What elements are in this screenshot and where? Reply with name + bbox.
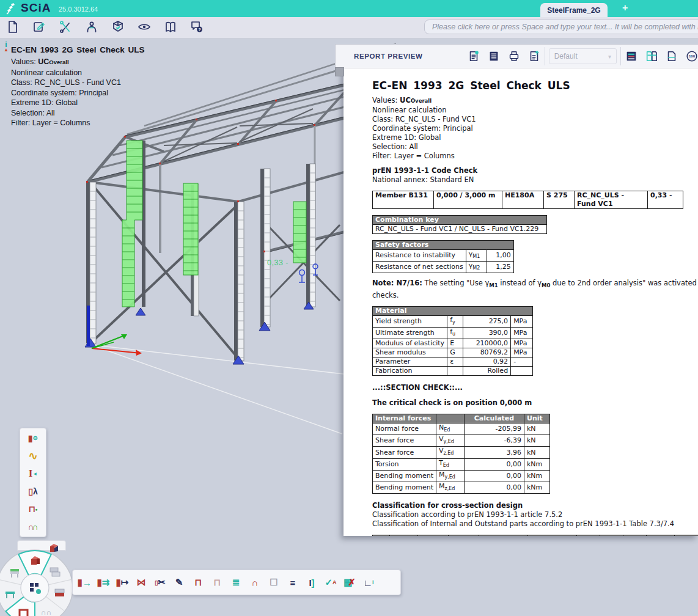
table-row: Shear forceVz,Ed3,96kN	[373, 447, 550, 458]
wheel-icon-materials[interactable]	[55, 589, 64, 596]
report-meta-line: Extreme 1D: Global	[372, 133, 698, 142]
column-header	[436, 414, 465, 424]
report-template-select[interactable]: Default ▾	[549, 48, 617, 64]
svg-text:?: ?	[198, 27, 201, 32]
command-input[interactable]	[424, 20, 698, 34]
report-note-line2: checks.	[372, 291, 698, 300]
report-panel-title: REPORT PREVIEW	[354, 53, 467, 60]
legend-title: EC-EN 1993 2G Steel Check ULS	[11, 45, 145, 54]
table-row: Modulus of elasticityE210000,0MPa	[373, 339, 533, 348]
check-structure-icon[interactable]	[110, 19, 126, 35]
legend-line: Class: RC_NC_ULS - Fund VC1	[11, 78, 145, 88]
calculate-icon[interactable]	[84, 19, 100, 35]
column-icon[interactable]: ▮⚙	[26, 432, 40, 444]
legend-line: Selection: All	[11, 108, 145, 119]
new-report-icon[interactable]	[467, 50, 480, 63]
classification-heading: Classification for cross-section design	[372, 501, 698, 510]
national-annex: National annex: Standard EN	[372, 175, 698, 185]
selection-region-icon[interactable]: ☐	[268, 576, 279, 589]
copy-member-icon[interactable]: ▮⇉	[98, 576, 109, 589]
two-pages-icon[interactable]	[645, 50, 658, 63]
table-row: Bending momentMy,Ed0,00kNm	[373, 470, 550, 482]
project-tab[interactable]: SteelFrame_2G	[540, 3, 608, 17]
zoom-100-icon[interactable]: 100	[685, 50, 698, 63]
frame-icon[interactable]: ⊓	[193, 576, 204, 589]
column-header: Unit	[524, 414, 550, 424]
portal-frame-icon[interactable]: ∩	[249, 576, 260, 589]
column-header: Type	[390, 535, 418, 536]
member-summary-table: Member B1310,000 / 3,000 mHE180AS 275RC_…	[372, 191, 683, 209]
uc-result-label: 0,33 -	[267, 258, 288, 267]
legend-line: Filter: Layer = Columns	[11, 118, 145, 128]
storey-icon[interactable]: ≣	[230, 576, 241, 589]
modify-toolbar: ▮→▮⇉▮↦⋈▯✂✎⊓⊓≣∩☐≡I]✓A▦✗∟i	[72, 570, 401, 595]
paint-properties-icon[interactable]: ✎	[174, 576, 185, 589]
report-toolbar-left	[467, 50, 541, 63]
report-meta-line: Nonlinear calculation	[372, 106, 698, 115]
trim-icon[interactable]: ▯✂	[155, 576, 166, 589]
delete-table-icon[interactable]: ▦✗	[344, 576, 355, 589]
help-icon[interactable]: ?	[189, 19, 205, 35]
column-header: Internal forces	[373, 414, 436, 424]
table-row: Resistance to instabilityγM11,00	[373, 250, 514, 262]
report-preview-header: REPORT PREVIEW Default ▾ 100	[335, 44, 698, 68]
column-header: c[mm]	[418, 535, 449, 536]
report-meta-line: Selection: All	[372, 142, 698, 152]
table-row: Resistance of net sectionsγM21,25	[373, 262, 514, 273]
section-check-heading: ...::SECTION CHECK::...	[372, 383, 698, 392]
buckling-icon[interactable]: ▯λ	[26, 485, 40, 497]
table-row: Parameterε0,92-	[373, 358, 533, 367]
column-header: Id	[373, 535, 390, 536]
haunch-icon[interactable]: ∿	[26, 450, 40, 462]
brand-name: SCiA	[21, 1, 51, 15]
column-header: Calculated	[465, 414, 524, 424]
column-header: kσ[-]	[600, 535, 623, 536]
dimension-info-icon[interactable]: ∟i	[363, 576, 374, 589]
table-row: TorsionTEd0,00kNm	[373, 458, 550, 470]
view-icon[interactable]	[136, 19, 152, 35]
column-header: c/t[-]	[647, 535, 675, 536]
column-header: α[-]	[623, 535, 647, 536]
arches-icon[interactable]: ∩∩	[26, 521, 40, 533]
stretch-member-icon[interactable]: ▮↦	[117, 576, 128, 589]
report-meta-line: Coordinate system: Principal	[372, 124, 698, 133]
layers-icon[interactable]: ≡	[287, 576, 298, 589]
cross-section-icon[interactable]: I◄	[26, 468, 40, 480]
classification-line1: Classification according to prEN 1993-1-…	[372, 510, 698, 519]
report-toolbar-right: 100	[625, 50, 698, 63]
table-row: Bending momentMz,Ed0,00kNm	[373, 482, 550, 493]
mirror-icon[interactable]: ⋈	[136, 576, 147, 589]
main-toolbar: ?	[0, 17, 698, 38]
export-report-icon[interactable]	[527, 50, 541, 63]
wheel-icon-arch-frames[interactable]: ∩∩	[41, 608, 51, 616]
documentation-icon[interactable]	[163, 19, 178, 35]
report-title: EC-EN 1993 2G Steel Check ULS	[372, 79, 698, 92]
print-icon[interactable]	[507, 50, 521, 63]
edit-project-icon[interactable]	[31, 19, 47, 35]
view-info-icon[interactable]: i ▲	[2, 42, 10, 53]
main-toolbar-icons: ?	[5, 19, 205, 35]
chevron-down-icon: ▾	[608, 53, 611, 60]
internal-forces-table: Internal forcesCalculatedUnit Normal for…	[372, 414, 550, 494]
frame-disabled-icon[interactable]: ⊓	[211, 576, 222, 589]
report-table-icon[interactable]	[487, 50, 501, 63]
move-member-icon[interactable]: ▮→	[79, 576, 90, 589]
check-data-icon[interactable]: ✓A	[325, 576, 336, 589]
workstation-wheel[interactable]: ∩∩	[0, 540, 82, 616]
report-style-icon[interactable]	[625, 50, 638, 63]
column-header: σ1[kN/m²]	[479, 535, 528, 536]
column-header: Ψ[-]	[577, 535, 600, 536]
combination-key-table: Combination key RC_NC_ULS - Fund VC1 / N…	[372, 215, 547, 234]
new-project-icon[interactable]	[5, 19, 21, 35]
workstation-cube-icon[interactable]	[46, 541, 61, 556]
frame-support-icon[interactable]: ⊓●	[26, 503, 40, 515]
model-tools-panel: ▮⚙∿I◄▯λ⊓●∩∩	[20, 428, 46, 537]
rename-icon[interactable]: I]	[306, 576, 317, 589]
one-page-icon[interactable]	[665, 50, 678, 63]
result-legend: EC-EN 1993 2G Steel Check ULS Values: UC…	[11, 45, 145, 128]
new-tab-button[interactable]: +	[622, 2, 628, 13]
classification-line2: Classification of Internal and Outstand …	[372, 519, 698, 529]
report-scroll-handle[interactable]	[335, 67, 344, 76]
tools-icon[interactable]	[57, 19, 73, 35]
table-row: Shear forceVy,Ed-6,39kN	[373, 435, 550, 447]
